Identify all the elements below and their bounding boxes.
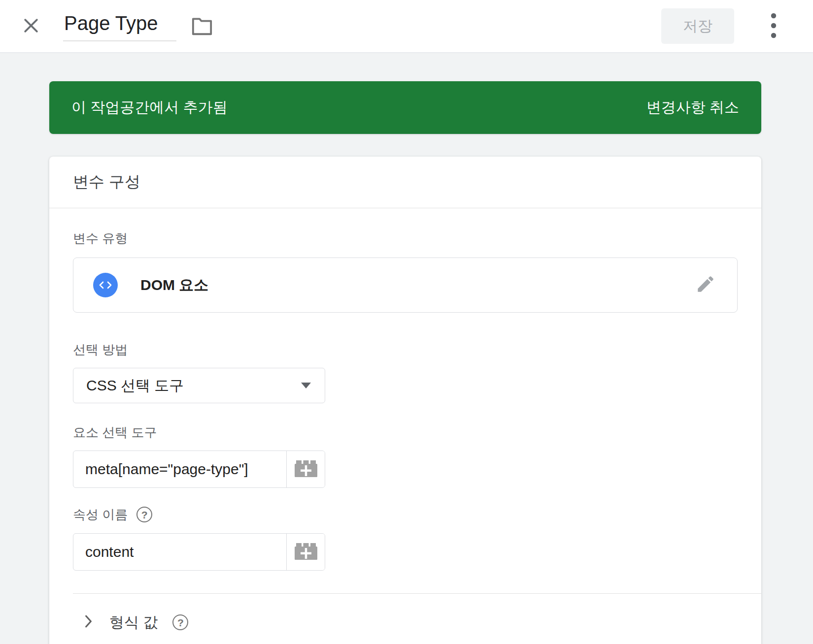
selection-method-label: 선택 방법 <box>73 342 738 357</box>
dom-element-icon <box>93 273 118 297</box>
selection-method-dropdown[interactable]: CSS 선택 도구 <box>73 368 325 403</box>
more-menu-button[interactable] <box>763 10 784 42</box>
pencil-icon <box>695 274 716 296</box>
selection-method-value: CSS 선택 도구 <box>86 376 184 396</box>
kebab-menu-icon <box>771 12 777 40</box>
help-icon[interactable]: ? <box>136 507 152 522</box>
element-selector-field <box>73 451 325 488</box>
format-value-label: 형식 값 <box>109 612 158 633</box>
card-title: 변수 구성 <box>73 171 140 193</box>
variable-type-box[interactable]: DOM 요소 <box>73 258 738 313</box>
divider <box>73 593 761 594</box>
divider <box>49 208 761 208</box>
variable-type-value: DOM 요소 <box>140 275 208 295</box>
attribute-name-label-row: 속성 이름 ? <box>73 507 738 522</box>
card-title-row: 변수 구성 <box>49 157 761 208</box>
main-content: 이 작업공간에서 추가됨 변경사항 취소 변수 구성 변수 유형 DOM 요소 <box>0 53 813 644</box>
card-body: 변수 유형 DOM 요소 선택 방법 <box>49 231 761 571</box>
element-selector-label: 요소 선택 도구 <box>73 425 738 440</box>
format-value-toggle[interactable]: 형식 값 ? <box>49 609 761 636</box>
variable-configuration-card: 변수 구성 변수 유형 DOM 요소 <box>49 157 761 644</box>
variable-picker-button[interactable] <box>286 451 325 487</box>
discard-changes-link[interactable]: 변경사항 취소 <box>646 97 739 118</box>
banner-message: 이 작업공간에서 추가됨 <box>71 97 228 118</box>
top-bar: 저장 <box>0 0 813 53</box>
folder-button[interactable] <box>189 13 215 39</box>
attribute-name-input[interactable] <box>73 534 286 570</box>
lego-brick-plus-icon <box>295 460 317 479</box>
lego-brick-plus-icon <box>295 543 317 562</box>
attribute-name-field <box>73 533 325 571</box>
save-button[interactable]: 저장 <box>661 8 734 44</box>
folder-icon <box>191 16 213 37</box>
help-icon[interactable]: ? <box>172 614 188 630</box>
variable-type-label: 변수 유형 <box>73 231 738 246</box>
close-icon <box>22 16 40 36</box>
attribute-name-label: 속성 이름 <box>73 507 128 522</box>
chevron-right-icon <box>82 614 95 631</box>
close-button[interactable] <box>20 15 42 37</box>
edit-variable-type-button[interactable] <box>694 273 717 297</box>
chevron-down-icon <box>301 383 311 388</box>
element-selector-input[interactable] <box>73 451 286 487</box>
added-banner: 이 작업공간에서 추가됨 변경사항 취소 <box>49 81 761 134</box>
variable-name-input[interactable] <box>63 11 176 41</box>
variable-picker-button[interactable] <box>286 534 325 570</box>
